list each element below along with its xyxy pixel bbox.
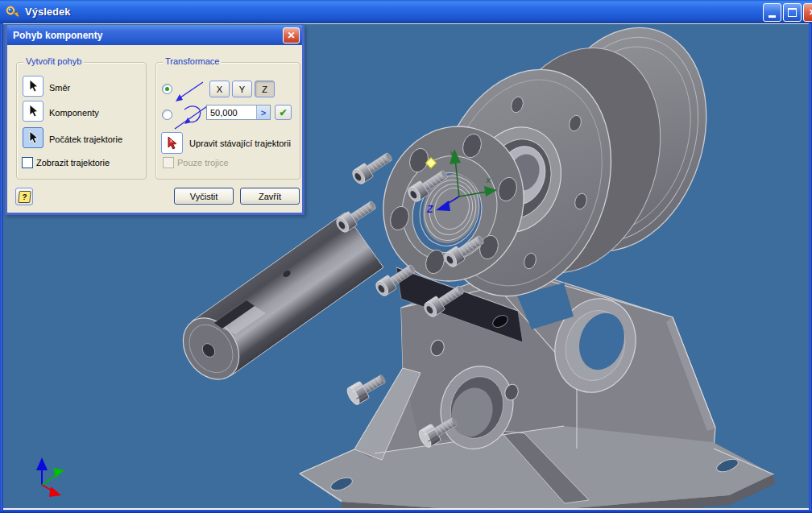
minimize-icon <box>768 15 776 18</box>
hex-bolt[interactable] <box>345 370 389 407</box>
window-titlebar[interactable]: Výsledek ✕ <box>0 0 812 23</box>
rotate-direction-icon <box>173 102 210 133</box>
apply-button[interactable]: ✔ <box>275 105 292 120</box>
minimize-button[interactable] <box>763 3 781 22</box>
rotate-radio[interactable] <box>162 110 172 120</box>
origin-z-arrow <box>36 457 48 470</box>
flyout-arrow-icon: > <box>261 108 266 118</box>
red-cursor-arrow-icon <box>166 136 178 151</box>
cursor-arrow-icon <box>27 79 39 93</box>
triad-only-checkbox <box>163 157 174 168</box>
window-border-right <box>809 23 812 510</box>
window-border-left <box>0 23 3 510</box>
trajectory-origin-label: Počátek trajektorie <box>49 134 122 144</box>
dialog-close-action-button[interactable]: Zavřít <box>240 188 300 205</box>
x-axis-button[interactable]: X <box>209 81 230 97</box>
maximize-icon <box>788 8 797 17</box>
show-trajectory-label: Zobrazit trajektorie <box>36 158 110 168</box>
help-button[interactable]: ? <box>15 188 33 205</box>
cursor-arrow-icon <box>27 104 39 118</box>
x-axis-label: X <box>485 176 491 184</box>
application-window: { "window": { "title": "Výsledek", "clos… <box>0 0 812 513</box>
window-title: Výsledek <box>25 6 70 18</box>
triad-only-label: Pouze trojice <box>177 158 229 168</box>
maximize-button[interactable] <box>783 3 802 22</box>
window-border-bottom <box>0 510 812 513</box>
edit-trajectory-label: Upravit stávající trajektorii <box>189 139 291 148</box>
cursor-arrow-icon <box>27 130 39 145</box>
move-component-dialog: Pohyb komponenty ✕ Vytvořit pohyb Směr K… <box>5 25 304 215</box>
edit-trajectory-button[interactable] <box>161 132 183 154</box>
shaft[interactable] <box>172 213 383 390</box>
checkmark-icon: ✔ <box>279 107 287 118</box>
dialog-close-button[interactable]: ✕ <box>283 27 300 43</box>
origin-triad <box>36 457 64 497</box>
distance-input[interactable]: 50,000 > <box>206 105 271 120</box>
z-axis-button[interactable]: Z <box>255 81 275 97</box>
transform-group-label: Transformace <box>163 56 222 66</box>
y-axis-button[interactable]: Y <box>232 81 252 97</box>
app-icon <box>6 5 20 19</box>
dialog-titlebar[interactable]: Pohyb komponenty ✕ <box>7 25 302 45</box>
dialog-close-icon: ✕ <box>287 30 295 41</box>
z-axis-label: Z <box>426 204 433 215</box>
direction-button[interactable] <box>23 76 44 97</box>
show-trajectory-checkbox[interactable] <box>22 157 33 168</box>
components-button[interactable] <box>23 101 44 122</box>
help-icon: ? <box>18 191 31 203</box>
dialog-title: Pohyb komponenty <box>13 30 102 41</box>
clear-button[interactable]: Vyčistit <box>174 188 234 205</box>
distance-value[interactable]: 50,000 <box>207 108 256 118</box>
translate-radio[interactable] <box>162 84 172 94</box>
translate-direction-icon <box>173 78 207 104</box>
close-button[interactable]: ✕ <box>803 3 812 22</box>
create-motion-group-label: Vytvořit pohyb <box>23 56 84 66</box>
trajectory-origin-button[interactable] <box>23 127 44 148</box>
components-label: Komponenty <box>49 108 99 118</box>
direction-label: Směr <box>49 83 70 93</box>
close-icon: ✕ <box>809 7 812 18</box>
y-axis-label: Y <box>450 150 455 158</box>
origin-x-arrow <box>49 486 61 497</box>
value-flyout-button[interactable]: > <box>256 105 270 119</box>
